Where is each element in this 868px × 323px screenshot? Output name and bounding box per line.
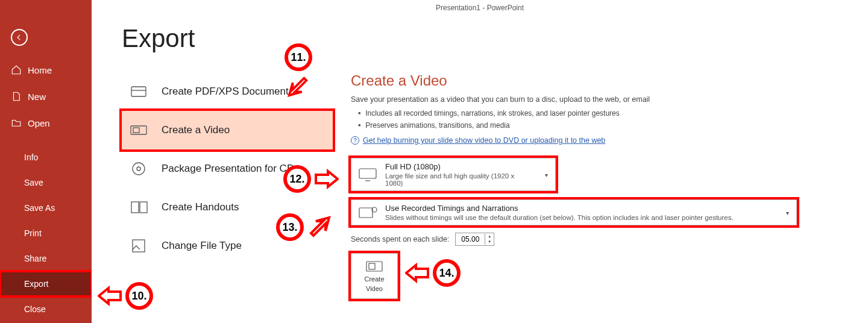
handouts-icon (129, 199, 148, 216)
dropdown-title: Full HD (1080p) (385, 162, 531, 171)
new-icon (11, 91, 22, 102)
sidebar-item-label: Home (28, 65, 52, 75)
sidebar-item-label: Open (28, 118, 50, 128)
svg-rect-0 (131, 87, 146, 96)
sidebar-item-label: Share (24, 254, 46, 263)
sidebar-item-label: New (28, 92, 46, 102)
callout-10: 10. (98, 282, 153, 310)
option-label: Create a Video (162, 124, 230, 136)
help-icon: ? (351, 136, 359, 145)
dropdown-subtitle: Large file size and full high quality (1… (385, 172, 531, 187)
page-title: Export (122, 24, 195, 53)
sidebar-item-label: Export (24, 279, 48, 289)
monitor-icon (357, 167, 378, 183)
sidebar-item-open[interactable]: Open (0, 110, 92, 136)
option-change-file-type[interactable]: Change File Type (122, 227, 333, 265)
option-label: Package Presentation for CD (162, 163, 294, 175)
home-icon (11, 64, 22, 75)
option-create-pdf[interactable]: Create PDF/XPS Document (122, 72, 333, 111)
timings-icon (357, 205, 378, 221)
sidebar-item-close[interactable]: Close (0, 296, 92, 322)
open-icon (11, 118, 22, 128)
cd-icon (129, 160, 148, 177)
option-label: Create PDF/XPS Document (162, 86, 289, 98)
pane-bullet: Preserves animations, transitions, and m… (358, 119, 854, 131)
video-quality-dropdown[interactable]: Full HD (1080p) Large file size and full… (351, 158, 556, 191)
sidebar-item-label: Save As (24, 203, 55, 213)
sidebar-item-label: Info (24, 152, 38, 162)
button-label-line1: Create (364, 275, 384, 283)
pdf-icon (129, 83, 148, 100)
spinner-arrows: ▲ ▼ (485, 234, 494, 245)
sidebar-nav-bottom: Info Save Save As Print Share Export Clo… (0, 145, 92, 322)
dropdown-subtitle: Slides without timings will use the defa… (385, 214, 772, 221)
seconds-row: Seconds spent on each slide: ▲ ▼ (351, 233, 854, 246)
callout-number: 11. (285, 43, 312, 71)
export-option-list: Create PDF/XPS Document Create a Video P… (122, 72, 333, 265)
sidebar-item-label: Print (24, 228, 42, 238)
pane-bullet: Includes all recorded timings, narration… (358, 107, 854, 119)
seconds-input[interactable] (456, 235, 485, 243)
spinner-down-icon[interactable]: ▼ (485, 239, 494, 245)
create-video-pane: Create a Video Save your presentation as… (351, 72, 854, 299)
sidebar-item-print[interactable]: Print (0, 221, 92, 246)
sidebar-item-home[interactable]: Home (0, 57, 92, 83)
svg-point-3 (133, 163, 145, 175)
svg-rect-2 (133, 128, 139, 133)
button-label-line2: Video (366, 285, 383, 292)
create-video-button[interactable]: Create Video (351, 253, 398, 299)
chevron-down-icon: ▾ (545, 171, 548, 178)
sidebar-nav-top: Home New Open (0, 57, 92, 136)
arrow-left-icon (98, 286, 122, 306)
svg-rect-7 (133, 240, 145, 252)
timings-dropdown[interactable]: Use Recorded Timings and Narrations Slid… (351, 199, 797, 225)
sidebar-item-label: Save (24, 178, 43, 187)
window-title: Presentation1 - PowerPoint (92, 4, 868, 12)
help-row: ? Get help burning your slide show video… (351, 136, 854, 145)
svg-rect-8 (359, 169, 376, 178)
main-area: Presentation1 - PowerPoint Export Create… (92, 0, 868, 323)
sidebar-item-label: Close (24, 304, 46, 314)
help-link[interactable]: Get help burning your slide show video t… (363, 136, 605, 145)
option-create-handouts[interactable]: Create Handouts (122, 188, 333, 227)
svg-rect-6 (140, 202, 147, 213)
backstage-sidebar: Home New Open Info Save Save As Print Sh… (0, 0, 92, 323)
svg-rect-12 (369, 263, 375, 269)
svg-point-4 (137, 167, 140, 171)
back-button[interactable] (11, 29, 28, 46)
back-arrow-icon (15, 33, 24, 42)
sidebar-item-save-as[interactable]: Save As (0, 195, 92, 221)
option-label: Create Handouts (162, 201, 239, 213)
option-create-video[interactable]: Create a Video (122, 111, 333, 149)
chevron-down-icon: ▾ (786, 209, 789, 216)
sidebar-item-export[interactable]: Export (0, 271, 92, 296)
sidebar-item-save[interactable]: Save (0, 170, 92, 195)
seconds-label: Seconds spent on each slide: (351, 235, 449, 243)
video-icon (365, 260, 383, 273)
svg-rect-9 (359, 208, 373, 218)
video-icon (129, 122, 148, 139)
pane-title: Create a Video (351, 72, 854, 89)
svg-rect-5 (131, 202, 139, 213)
pane-bullets: Includes all recorded timings, narration… (358, 107, 854, 131)
dropdown-title: Use Recorded Timings and Narrations (385, 204, 772, 213)
seconds-spinner[interactable]: ▲ ▼ (455, 233, 494, 246)
pane-description: Save your presentation as a video that y… (351, 95, 854, 104)
option-label: Change File Type (162, 240, 242, 252)
sidebar-item-info[interactable]: Info (0, 145, 92, 170)
sidebar-item-new[interactable]: New (0, 83, 92, 110)
callout-number: 10. (125, 282, 153, 310)
filetype-icon (129, 237, 148, 254)
spinner-up-icon[interactable]: ▲ (485, 234, 494, 239)
option-package-cd[interactable]: Package Presentation for CD (122, 149, 333, 188)
sidebar-item-share[interactable]: Share (0, 246, 92, 271)
